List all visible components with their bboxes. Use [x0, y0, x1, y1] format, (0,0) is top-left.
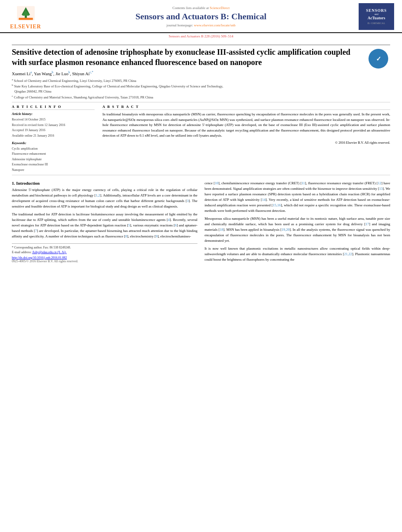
right-para-1: cence [10], chemiluminescence resonance …	[205, 181, 390, 214]
info-divider-bottom	[12, 175, 390, 175]
article-info-column: A R T I C L E I N F O Article history: R…	[12, 105, 95, 172]
intro-heading: 1. Introduction	[12, 181, 197, 185]
article-dates: Received 14 October 2015 Received in rev…	[12, 117, 95, 138]
logo-sensors: SENSORS	[366, 8, 387, 13]
journal-volume-info: Sensors and Actuators B 228 (2016) 509–5…	[0, 33, 402, 39]
ref-7[interactable]: 7	[35, 229, 37, 233]
ref-21-22[interactable]: 21,22	[344, 252, 352, 256]
ref-6[interactable]: 6	[175, 223, 177, 227]
footnote-section: * Corresponding author. Fax: 86 538 8249…	[12, 243, 197, 263]
ref-14[interactable]: 14	[262, 198, 266, 202]
doi-line: http://dx.doi.org/10.1016/j.snb.2016.01.…	[12, 256, 197, 260]
abstract-text: In traditional bioanalysis with mesoporo…	[102, 112, 390, 139]
svg-text:✓: ✓	[376, 56, 381, 62]
crossmark: ✓	[367, 47, 390, 70]
email-link[interactable]: Ashy@sdau.edu.cn (S. Ai).	[32, 250, 67, 254]
logo-actuators: AcTuators	[368, 16, 385, 20]
article-section: Sensitive detection of adenosine triphos…	[0, 39, 402, 175]
intro-para-1: Adenosine 5′-triphosphate (ATP) is the m…	[12, 187, 197, 209]
ref-1-2[interactable]: 1,2	[96, 193, 100, 197]
email-note: E-mail address: Ashy@sdau.edu.cn (S. Ai)…	[12, 250, 197, 255]
ref-13[interactable]: 13	[379, 187, 383, 191]
article-info-label: A R T I C L E I N F O	[12, 105, 95, 110]
ref-11[interactable]: 11	[302, 181, 305, 185]
ref-8[interactable]: 8	[125, 234, 127, 238]
elsevier-text: ELSEVIER	[10, 24, 41, 30]
ref-19-20[interactable]: 19,20	[282, 228, 290, 232]
journal-title: Sensors and Actuators B: Chemical	[136, 11, 266, 22]
elsevier-icon	[14, 3, 37, 23]
header-divider	[12, 44, 390, 45]
ref-10[interactable]: 10	[215, 181, 218, 185]
history-label: Article history:	[12, 112, 95, 116]
homepage-link[interactable]: www.elsevier.com/locate/snb	[194, 23, 235, 27]
info-section: A R T I C L E I N F O Article history: R…	[12, 105, 390, 172]
body-left-col: 1. Introduction Adenosine 5′-triphosphat…	[12, 181, 197, 265]
issn-line: 0925-4005/© 2016 Elsevier B.V. All right…	[12, 260, 197, 263]
journal-homepage: journal homepage: www.elsevier.com/locat…	[167, 23, 236, 27]
ref-18[interactable]: 18	[220, 228, 223, 232]
science-direct-link: Contents lists available at ScienceDirec…	[173, 6, 230, 10]
body-right-col: cence [10], chemiluminescence resonance …	[205, 181, 390, 265]
journal-header: ELSEVIER Contents lists available at Sci…	[0, 0, 402, 33]
page: ELSEVIER Contents lists available at Sci…	[0, 0, 402, 532]
ref-3[interactable]: 3	[187, 199, 189, 203]
ref-5[interactable]: 5	[128, 223, 130, 227]
article-title: Sensitive detection of adenosine triphos…	[12, 47, 390, 67]
science-direct-anchor[interactable]: ScienceDirect	[210, 6, 229, 10]
svg-rect-4	[19, 18, 33, 20]
ref-4[interactable]: 4	[168, 218, 170, 222]
right-para-3: It is now well known that plasmonic exci…	[205, 246, 390, 263]
right-para-2: Mesoporous silica nanoparticle (MSN) has…	[205, 216, 390, 244]
affiliations: a School of Chemistry and Chemical Engin…	[12, 78, 390, 100]
ref-15-16[interactable]: 15,16	[273, 203, 281, 207]
corresponding-note: * Corresponding author. Fax: 86 538 8249…	[12, 245, 197, 250]
abstract-section: A B S T R A C T In traditional bioanalys…	[102, 105, 390, 172]
ref-17[interactable]: 17	[365, 222, 369, 226]
body-section: 1. Introduction Adenosine 5′-triphosphat…	[0, 178, 402, 269]
abstract-label: A B S T R A C T	[102, 105, 390, 110]
doi-link[interactable]: http://dx.doi.org/10.1016/j.snb.2016.01.…	[12, 256, 67, 260]
journal-center: Contents lists available at ScienceDirec…	[43, 3, 359, 30]
crossmark-icon: ✓	[368, 49, 388, 69]
logo-and: and	[374, 13, 378, 16]
logo-sub: B: CHEMICAL	[368, 22, 385, 25]
journal-logo-right: SENSORS and AcTuators B: CHEMICAL	[359, 3, 394, 30]
keywords-list: Cyclic amplification Fluorescence enhanc…	[12, 146, 95, 173]
ref-9[interactable]: 9	[156, 234, 158, 238]
intro-para-2: The traditional method for ATP detection…	[12, 212, 197, 239]
copyright-text: © 2016 Elsevier B.V. All rights reserved…	[102, 141, 390, 145]
keywords-label: Keywords:	[12, 141, 95, 145]
authors: Xuemei Lia, Yan Wangb, Jie Luob, Shiyun …	[12, 70, 390, 76]
elsevier-logo: ELSEVIER	[8, 3, 43, 30]
info-divider-top	[12, 102, 390, 102]
ref-12[interactable]: 12	[378, 181, 381, 185]
